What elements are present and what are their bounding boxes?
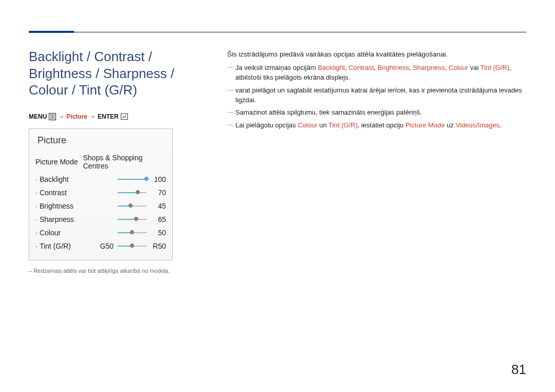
slider[interactable]: [118, 244, 146, 248]
arrow-icon: →: [89, 113, 96, 120]
accent-bar: [29, 31, 74, 33]
model-note: – Redzamais attēls var būt atšķirīgs atk…: [29, 268, 203, 274]
setting-row[interactable]: ·Sharpness65: [35, 213, 166, 226]
setting-label: Tint (G/R): [40, 242, 71, 250]
setting-value: 45: [151, 202, 166, 210]
setting-value: 70: [151, 189, 166, 197]
bullet-2: varat pielāgot un saglabāt iestatījumus …: [235, 86, 526, 105]
slider[interactable]: [118, 204, 146, 208]
slider[interactable]: [118, 191, 146, 195]
tint-row[interactable]: ·Tint (G/R) G50 R50: [35, 239, 166, 253]
setting-label: Contrast: [40, 189, 67, 197]
slider[interactable]: [118, 231, 146, 235]
page-title: Backlight / Contrast / Brightness / Shar…: [29, 48, 203, 99]
picture-mode-row[interactable]: Picture Mode Shops & Shopping Centres: [35, 151, 166, 173]
setting-value: 50: [151, 229, 166, 237]
setting-value: 65: [151, 215, 166, 223]
menu-iii-icon: [49, 113, 56, 120]
picture-mode-label: Picture Mode: [35, 158, 78, 166]
setting-row[interactable]: ·Colour50: [35, 226, 166, 239]
menu-path: MENU → Picture → ENTER: [29, 113, 203, 120]
menupath-menu: MENU: [29, 113, 47, 120]
bullet-3: Samazinot attēla spilgtumu, tiek samazin…: [235, 108, 526, 118]
setting-row[interactable]: ·Brightness45: [35, 199, 166, 213]
picture-settings-panel: Picture Picture Mode Shops & Shopping Ce…: [29, 128, 173, 260]
menupath-section: Picture: [66, 113, 87, 120]
setting-label: Backlight: [40, 175, 69, 183]
setting-label: Brightness: [40, 202, 73, 210]
slider[interactable]: [118, 217, 146, 221]
menupath-enter: ENTER: [98, 113, 119, 120]
tint-right-value: R50: [151, 242, 166, 250]
setting-row[interactable]: ·Backlight100: [35, 173, 166, 186]
svg-rect-4: [121, 114, 127, 119]
page-number: 81: [511, 362, 526, 378]
picture-mode-value: Shops & Shopping Centres: [83, 154, 166, 170]
panel-title: Picture: [38, 135, 166, 146]
setting-label: Sharpness: [40, 215, 74, 223]
setting-row[interactable]: ·Contrast70: [35, 186, 166, 199]
setting-value: 100: [151, 175, 166, 183]
setting-label: Colour: [40, 229, 61, 237]
bullet-1: Ja veiksit izmaiņas opcijām Backlight, C…: [235, 63, 526, 83]
top-rule: [29, 32, 526, 32]
tint-left-value: G50: [99, 242, 114, 250]
arrow-icon: →: [58, 113, 64, 120]
bullet-4: Lai pielāgotu opcijas Colour un Tint (G/…: [235, 121, 526, 130]
enter-icon: [121, 113, 128, 120]
slider[interactable]: [118, 177, 146, 181]
intro-text: Šis izstrādājums piedāvā vairākas opcija…: [227, 50, 526, 58]
